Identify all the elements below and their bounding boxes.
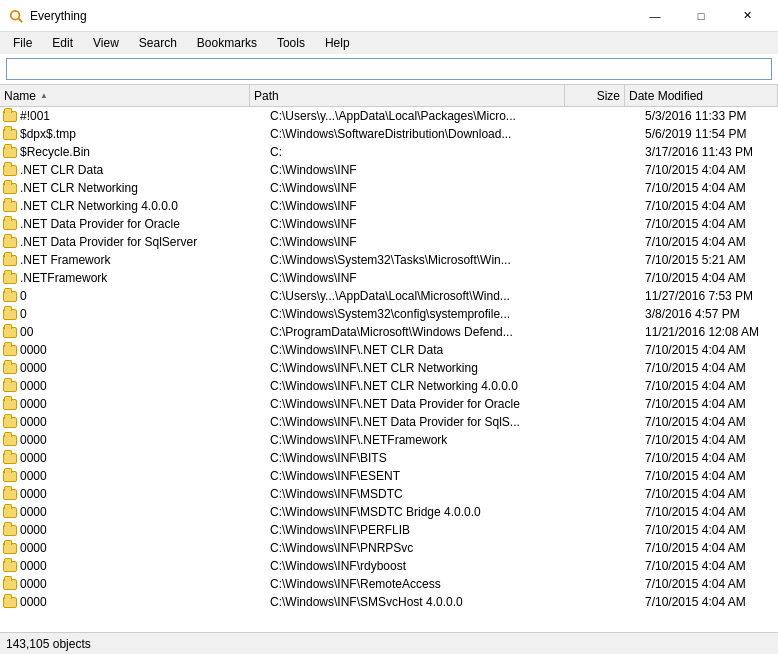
cell-name: .NET Data Provider for SqlServer bbox=[20, 235, 270, 249]
cell-date: 7/10/2015 4:04 AM bbox=[645, 235, 778, 249]
cell-date: 7/10/2015 4:04 AM bbox=[645, 451, 778, 465]
cell-name: 0000 bbox=[20, 595, 270, 609]
cell-date: 7/10/2015 4:04 AM bbox=[645, 163, 778, 177]
window-title: Everything bbox=[30, 9, 632, 23]
folder-icon bbox=[2, 306, 18, 322]
table-row[interactable]: #!001C:\Users\y...\AppData\Local\Package… bbox=[0, 107, 778, 125]
cell-date: 7/10/2015 4:04 AM bbox=[645, 397, 778, 411]
cell-name: 0000 bbox=[20, 487, 270, 501]
cell-path: C:\Windows\INF\ESENT bbox=[270, 469, 585, 483]
table-row[interactable]: 0000C:\Windows\INF\ESENT7/10/2015 4:04 A… bbox=[0, 467, 778, 485]
folder-icon bbox=[2, 198, 18, 214]
table-row[interactable]: 0000C:\Windows\INF\rdyboost7/10/2015 4:0… bbox=[0, 557, 778, 575]
cell-date: 7/10/2015 4:04 AM bbox=[645, 217, 778, 231]
menu-item-edit[interactable]: Edit bbox=[43, 33, 82, 53]
cell-path: C:\Users\y...\AppData\Local\Packages\Mic… bbox=[270, 109, 585, 123]
table-row[interactable]: 0000C:\Windows\INF\BITS7/10/2015 4:04 AM bbox=[0, 449, 778, 467]
menu-item-search[interactable]: Search bbox=[130, 33, 186, 53]
table-row[interactable]: 0000C:\Windows\INF\SMSvcHost 4.0.0.07/10… bbox=[0, 593, 778, 611]
maximize-button[interactable]: □ bbox=[678, 6, 724, 26]
cell-name: 0000 bbox=[20, 433, 270, 447]
menu-item-tools[interactable]: Tools bbox=[268, 33, 314, 53]
window-controls: — □ ✕ bbox=[632, 6, 770, 26]
cell-path: C:\ProgramData\Microsoft\Windows Defend.… bbox=[270, 325, 585, 339]
minimize-button[interactable]: — bbox=[632, 6, 678, 26]
menu-item-view[interactable]: View bbox=[84, 33, 128, 53]
sort-arrow-name: ▲ bbox=[40, 91, 48, 100]
table-row[interactable]: $Recycle.BinC:3/17/2016 11:43 PM bbox=[0, 143, 778, 161]
table-row[interactable]: 0000C:\Windows\INF\.NET Data Provider fo… bbox=[0, 413, 778, 431]
table-row[interactable]: 0C:\Users\y...\AppData\Local\Microsoft\W… bbox=[0, 287, 778, 305]
table-row[interactable]: 0000C:\Windows\INF\PNRPSvc7/10/2015 4:04… bbox=[0, 539, 778, 557]
table-row[interactable]: .NET FrameworkC:\Windows\System32\Tasks\… bbox=[0, 251, 778, 269]
column-header-path[interactable]: Path bbox=[250, 85, 565, 106]
cell-path: C:\Windows\INF\.NET CLR Networking 4.0.0… bbox=[270, 379, 585, 393]
cell-name: 0000 bbox=[20, 541, 270, 555]
table-row[interactable]: 0000C:\Windows\INF\MSDTC Bridge 4.0.0.07… bbox=[0, 503, 778, 521]
cell-path: C:\Windows\INF bbox=[270, 217, 585, 231]
table-row[interactable]: 00C:\ProgramData\Microsoft\Windows Defen… bbox=[0, 323, 778, 341]
cell-name: 0000 bbox=[20, 397, 270, 411]
menu-item-bookmarks[interactable]: Bookmarks bbox=[188, 33, 266, 53]
table-row[interactable]: .NETFrameworkC:\Windows\INF7/10/2015 4:0… bbox=[0, 269, 778, 287]
folder-icon bbox=[2, 432, 18, 448]
table-row[interactable]: .NET CLR NetworkingC:\Windows\INF7/10/20… bbox=[0, 179, 778, 197]
table-row[interactable]: 0000C:\Windows\INF\.NET CLR Data7/10/201… bbox=[0, 341, 778, 359]
table-row[interactable]: 0000C:\Windows\INF\MSDTC7/10/2015 4:04 A… bbox=[0, 485, 778, 503]
title-bar: Everything — □ ✕ bbox=[0, 0, 778, 32]
cell-date: 7/10/2015 4:04 AM bbox=[645, 343, 778, 357]
menu-item-file[interactable]: File bbox=[4, 33, 41, 53]
cell-date: 5/3/2016 11:33 PM bbox=[645, 109, 778, 123]
cell-date: 7/10/2015 4:04 AM bbox=[645, 433, 778, 447]
table-row[interactable]: 0C:\Windows\System32\config\systemprofil… bbox=[0, 305, 778, 323]
folder-icon bbox=[2, 162, 18, 178]
cell-path: C:\Windows\INF\rdyboost bbox=[270, 559, 585, 573]
table-row[interactable]: .NET CLR DataC:\Windows\INF7/10/2015 4:0… bbox=[0, 161, 778, 179]
close-button[interactable]: ✕ bbox=[724, 6, 770, 26]
cell-path: C:\Windows\INF bbox=[270, 199, 585, 213]
cell-date: 7/10/2015 4:04 AM bbox=[645, 541, 778, 555]
cell-path: C:\Windows\System32\Tasks\Microsoft\Win.… bbox=[270, 253, 585, 267]
cell-date: 7/10/2015 4:04 AM bbox=[645, 415, 778, 429]
table-row[interactable]: $dpx$.tmpC:\Windows\SoftwareDistribution… bbox=[0, 125, 778, 143]
folder-icon bbox=[2, 216, 18, 232]
cell-path: C:\Windows\INF\SMSvcHost 4.0.0.0 bbox=[270, 595, 585, 609]
cell-name: 0000 bbox=[20, 451, 270, 465]
cell-date: 7/10/2015 4:04 AM bbox=[645, 469, 778, 483]
table-row[interactable]: 0000C:\Windows\INF\.NETFramework7/10/201… bbox=[0, 431, 778, 449]
table-row[interactable]: .NET CLR Networking 4.0.0.0C:\Windows\IN… bbox=[0, 197, 778, 215]
folder-icon bbox=[2, 180, 18, 196]
folder-icon bbox=[2, 342, 18, 358]
table-row[interactable]: 0000C:\Windows\INF\PERFLIB7/10/2015 4:04… bbox=[0, 521, 778, 539]
menu-bar: FileEditViewSearchBookmarksToolsHelp bbox=[0, 32, 778, 54]
cell-path: C:\Windows\SoftwareDistribution\Download… bbox=[270, 127, 585, 141]
column-header-name[interactable]: Name ▲ bbox=[0, 85, 250, 106]
table-row[interactable]: 0000C:\Windows\INF\RemoteAccess7/10/2015… bbox=[0, 575, 778, 593]
cell-path: C:\Users\y...\AppData\Local\Microsoft\Wi… bbox=[270, 289, 585, 303]
table-row[interactable]: .NET Data Provider for SqlServerC:\Windo… bbox=[0, 233, 778, 251]
cell-name: .NET CLR Networking bbox=[20, 181, 270, 195]
cell-date: 7/10/2015 4:04 AM bbox=[645, 577, 778, 591]
table-row[interactable]: 0000C:\Windows\INF\.NET Data Provider fo… bbox=[0, 395, 778, 413]
table-row[interactable]: 0000C:\Windows\INF\.NET CLR Networking7/… bbox=[0, 359, 778, 377]
column-header-date[interactable]: Date Modified bbox=[625, 85, 778, 106]
cell-name: 0000 bbox=[20, 577, 270, 591]
cell-name: 00 bbox=[20, 325, 270, 339]
cell-date: 11/21/2016 12:08 AM bbox=[645, 325, 778, 339]
folder-icon bbox=[2, 576, 18, 592]
search-input[interactable] bbox=[6, 58, 772, 80]
cell-name: .NET CLR Networking 4.0.0.0 bbox=[20, 199, 270, 213]
file-list[interactable]: #!001C:\Users\y...\AppData\Local\Package… bbox=[0, 107, 778, 632]
cell-path: C:\Windows\INF\MSDTC bbox=[270, 487, 585, 501]
cell-path: C:\Windows\INF\PERFLIB bbox=[270, 523, 585, 537]
folder-icon bbox=[2, 126, 18, 142]
folder-icon bbox=[2, 486, 18, 502]
column-header-size[interactable]: Size bbox=[565, 85, 625, 106]
cell-name: 0000 bbox=[20, 469, 270, 483]
folder-icon bbox=[2, 522, 18, 538]
menu-item-help[interactable]: Help bbox=[316, 33, 359, 53]
table-row[interactable]: .NET Data Provider for OracleC:\Windows\… bbox=[0, 215, 778, 233]
folder-icon bbox=[2, 414, 18, 430]
table-row[interactable]: 0000C:\Windows\INF\.NET CLR Networking 4… bbox=[0, 377, 778, 395]
cell-path: C:\Windows\INF\BITS bbox=[270, 451, 585, 465]
